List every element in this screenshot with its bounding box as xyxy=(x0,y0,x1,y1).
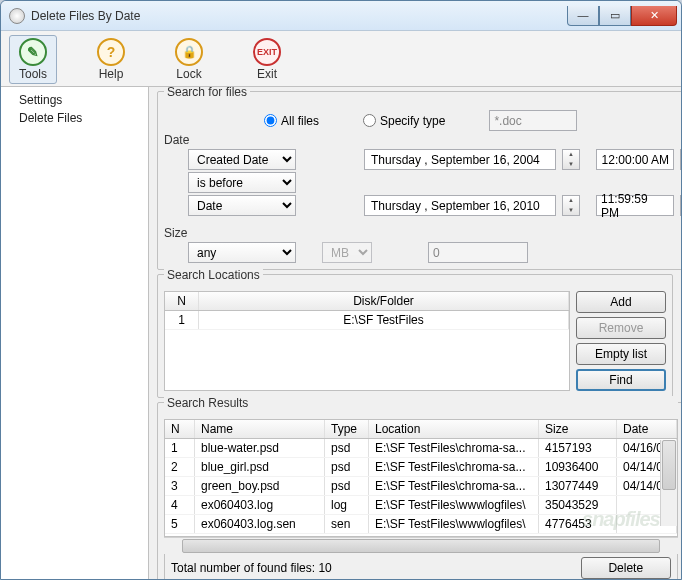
exit-button[interactable]: EXIT Exit xyxy=(243,35,291,84)
app-icon xyxy=(9,8,25,24)
col-header-n[interactable]: N xyxy=(165,420,195,438)
specify-type-radio[interactable]: Specify type xyxy=(363,114,445,128)
search-locations-legend: Search Locations xyxy=(164,268,263,282)
date2-spinner[interactable]: ▲▼ xyxy=(562,195,580,216)
search-locations-group: Search Locations N Disk/Folder 1 E:\SF T… xyxy=(157,274,673,398)
sidebar: Settings Delete Files xyxy=(1,87,149,579)
results-vscrollbar[interactable] xyxy=(660,440,677,526)
pencil-icon: ✎ xyxy=(19,38,47,66)
search-results-legend: Search Results xyxy=(164,396,678,410)
remove-button[interactable]: Remove xyxy=(576,317,666,339)
sidebar-item-settings[interactable]: Settings xyxy=(1,91,148,109)
question-icon: ? xyxy=(97,38,125,66)
date-field-select[interactable]: Created Date xyxy=(188,149,296,170)
result-row[interactable]: 4ex060403.loglogE:\SF TestFiles\wwwlogfi… xyxy=(165,496,677,515)
toolbar-label: Help xyxy=(99,67,124,81)
lock-button[interactable]: 🔒 Lock xyxy=(165,35,213,84)
maximize-button[interactable]: ▭ xyxy=(599,6,631,26)
date2-picker[interactable]: Thursday , September 16, 2010 xyxy=(364,195,556,216)
size-label: Size xyxy=(164,226,206,240)
toolbar-label: Exit xyxy=(257,67,277,81)
window-title: Delete Files By Date xyxy=(31,9,567,23)
help-button[interactable]: ? Help xyxy=(87,35,135,84)
time2-spinner[interactable]: ▲▼ xyxy=(680,195,681,216)
size-unit-select[interactable]: MB xyxy=(322,242,372,263)
minimize-button[interactable]: — xyxy=(567,6,599,26)
time1-spinner[interactable]: ▲▼ xyxy=(680,149,681,170)
col-header-n[interactable]: N xyxy=(165,292,199,310)
result-row[interactable]: 2blue_girl.psdpsdE:\SF TestFiles\chroma-… xyxy=(165,458,677,477)
col-header-name[interactable]: Name xyxy=(195,420,325,438)
all-files-radio[interactable]: All files xyxy=(264,114,319,128)
col-header-location[interactable]: Location xyxy=(369,420,539,438)
locations-table: N Disk/Folder 1 E:\SF TestFiles xyxy=(164,291,570,391)
close-button[interactable]: ✕ xyxy=(631,6,677,26)
result-row[interactable]: 5ex060403.log.sensenE:\SF TestFiles\wwwl… xyxy=(165,515,677,534)
size-comparator-select[interactable]: any xyxy=(188,242,296,263)
lock-icon: 🔒 xyxy=(175,38,203,66)
date-comparator-select[interactable]: is before xyxy=(188,172,296,193)
empty-list-button[interactable]: Empty list xyxy=(576,343,666,365)
sidebar-item-delete-files[interactable]: Delete Files xyxy=(1,109,148,127)
titlebar: Delete Files By Date — ▭ ✕ xyxy=(1,1,681,31)
total-files-label: Total number of found files: 10 xyxy=(171,561,332,575)
search-files-group: Search for files All files Specify type … xyxy=(157,91,681,270)
col-header-date[interactable]: Date xyxy=(617,420,677,438)
search-results-group: Search Results N Name Type Location Size… xyxy=(157,402,681,579)
date-label: Date xyxy=(164,133,206,147)
results-table: N Name Type Location Size Date 1blue-wat… xyxy=(164,419,678,537)
exit-icon: EXIT xyxy=(253,38,281,66)
delete-button[interactable]: Delete xyxy=(581,557,671,579)
all-files-radio-input[interactable] xyxy=(264,114,277,127)
specify-type-label: Specify type xyxy=(380,114,445,128)
size-value-input[interactable] xyxy=(428,242,528,263)
result-row[interactable]: 3green_boy.psdpsdE:\SF TestFiles\chroma-… xyxy=(165,477,677,496)
date1-picker[interactable]: Thursday , September 16, 2004 xyxy=(364,149,556,170)
location-row[interactable]: 1 E:\SF TestFiles xyxy=(165,311,569,330)
tools-button[interactable]: ✎ Tools xyxy=(9,35,57,84)
time1-picker[interactable]: 12:00:00 AM xyxy=(596,149,674,170)
date-mode-select[interactable]: Date xyxy=(188,195,296,216)
date1-spinner[interactable]: ▲▼ xyxy=(562,149,580,170)
add-button[interactable]: Add xyxy=(576,291,666,313)
find-button[interactable]: Find xyxy=(576,369,666,391)
results-hscrollbar[interactable] xyxy=(164,537,678,554)
toolbar-label: Tools xyxy=(19,67,47,81)
result-row[interactable]: 1blue-water.psdpsdE:\SF TestFiles\chroma… xyxy=(165,439,677,458)
time2-picker[interactable]: 11:59:59 PM xyxy=(596,195,674,216)
col-header-size[interactable]: Size xyxy=(539,420,617,438)
all-files-label: All files xyxy=(281,114,319,128)
col-header-disk[interactable]: Disk/Folder xyxy=(199,292,569,310)
specify-type-radio-input[interactable] xyxy=(363,114,376,127)
col-header-type[interactable]: Type xyxy=(325,420,369,438)
search-files-legend: Search for files xyxy=(164,87,250,99)
toolbar: ✎ Tools ? Help 🔒 Lock EXIT Exit xyxy=(1,31,681,87)
type-filter-input[interactable] xyxy=(489,110,577,131)
toolbar-label: Lock xyxy=(176,67,201,81)
